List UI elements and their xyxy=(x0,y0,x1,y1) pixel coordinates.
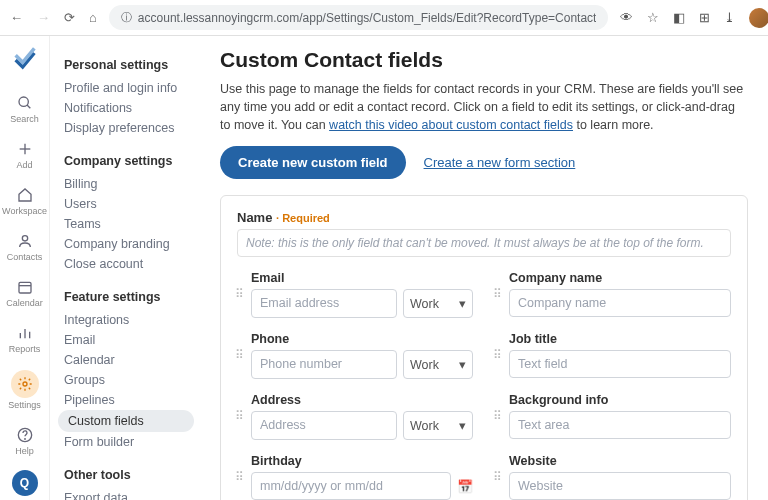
sidebar-item-branding[interactable]: Company branding xyxy=(64,234,194,254)
sidebar-item-email[interactable]: Email xyxy=(64,330,194,350)
chevron-down-icon: ▾ xyxy=(459,296,466,311)
group-title: Company settings xyxy=(64,154,194,168)
browser-toolbar: ← → ⟳ ⌂ ⓘ account.lessannoyingcrm.com/ap… xyxy=(0,0,768,36)
sidebar-item-close[interactable]: Close account xyxy=(64,254,194,274)
plus-icon xyxy=(16,140,34,158)
rail-calendar[interactable]: Calendar xyxy=(0,274,49,312)
eye-icon[interactable]: 👁 xyxy=(620,10,633,25)
back-button[interactable]: ← xyxy=(10,10,23,25)
name-field-header: Name · Required xyxy=(237,210,731,225)
rail-search[interactable]: Search xyxy=(0,90,49,128)
url-bar[interactable]: ⓘ account.lessannoyingcrm.com/app/Settin… xyxy=(109,5,609,30)
company-input[interactable]: Company name xyxy=(509,289,731,317)
background-input[interactable]: Text area xyxy=(509,411,731,439)
field-birthday[interactable]: ⠿ Birthday mm/dd/yyyy or mm/dd 📅 xyxy=(237,454,473,500)
field-company[interactable]: ⠿ Company name Company name xyxy=(495,271,731,318)
rail-settings[interactable]: Settings xyxy=(0,366,49,414)
gear-icon xyxy=(16,375,34,393)
drag-handle-icon[interactable]: ⠿ xyxy=(493,474,503,480)
birthday-input[interactable]: mm/dd/yyyy or mm/dd xyxy=(251,472,451,500)
calendar-icon[interactable]: 📅 xyxy=(457,479,473,494)
home-icon xyxy=(16,186,34,204)
sidebar-item-notifications[interactable]: Notifications xyxy=(64,98,194,118)
extension-icon[interactable]: ◧ xyxy=(673,10,685,25)
sidebar-item-calendar[interactable]: Calendar xyxy=(64,350,194,370)
contacts-icon xyxy=(16,232,34,250)
user-avatar[interactable]: Q xyxy=(12,470,38,496)
sidebar-item-display[interactable]: Display preferences xyxy=(64,118,194,138)
sidebar-item-integrations[interactable]: Integrations xyxy=(64,310,194,330)
intro-video-link[interactable]: watch this video about custom contact fi… xyxy=(329,118,573,132)
drag-handle-icon[interactable]: ⠿ xyxy=(493,352,503,358)
calendar-icon xyxy=(16,278,34,296)
group-title: Feature settings xyxy=(64,290,194,304)
sidebar-item-pipelines[interactable]: Pipelines xyxy=(64,390,194,410)
rail-add[interactable]: Add xyxy=(0,136,49,174)
reports-icon xyxy=(16,324,34,342)
svg-rect-5 xyxy=(19,282,31,293)
sidebar-item-custom-fields[interactable]: Custom fields xyxy=(58,410,194,432)
group-title: Personal settings xyxy=(64,58,194,72)
drag-handle-icon[interactable]: ⠿ xyxy=(235,413,245,419)
address-input[interactable]: Address xyxy=(251,411,397,440)
sidebar-item-form-builder[interactable]: Form builder xyxy=(64,432,194,452)
drag-handle-icon[interactable]: ⠿ xyxy=(235,291,245,297)
site-info-icon: ⓘ xyxy=(121,10,132,25)
phone-input[interactable]: Phone number xyxy=(251,350,397,379)
app-rail: Search Add Workspace Contacts Calendar R… xyxy=(0,36,50,500)
url-text: account.lessannoyingcrm.com/app/Settings… xyxy=(138,11,597,25)
sidebar-item-profile[interactable]: Profile and login info xyxy=(64,78,194,98)
sidebar-item-billing[interactable]: Billing xyxy=(64,174,194,194)
nav-arrows: ← → ⟳ ⌂ xyxy=(10,10,97,25)
name-note: Note: this is the only field that can't … xyxy=(237,229,731,257)
rail-contacts[interactable]: Contacts xyxy=(0,228,49,266)
drag-handle-icon[interactable]: ⠿ xyxy=(493,413,503,419)
sidebar-item-teams[interactable]: Teams xyxy=(64,214,194,234)
field-website[interactable]: ⠿ Website Website xyxy=(495,454,731,500)
new-tab-icon[interactable]: ⊞ xyxy=(699,10,710,25)
field-background[interactable]: ⠿ Background info Text area xyxy=(495,393,731,440)
drag-handle-icon[interactable]: ⠿ xyxy=(235,474,245,480)
email-input[interactable]: Email address xyxy=(251,289,397,318)
forward-button[interactable]: → xyxy=(37,10,50,25)
svg-point-0 xyxy=(19,97,28,106)
home-button[interactable]: ⌂ xyxy=(89,10,97,25)
search-icon xyxy=(16,94,34,112)
phone-type-select[interactable]: Work▾ xyxy=(403,350,473,379)
sidebar-item-export[interactable]: Export data xyxy=(64,488,194,500)
help-icon xyxy=(16,426,34,444)
settings-sidebar: Personal settings Profile and login info… xyxy=(50,36,200,500)
group-title: Other tools xyxy=(64,468,194,482)
rail-workspace[interactable]: Workspace xyxy=(0,182,49,220)
sidebar-item-groups[interactable]: Groups xyxy=(64,370,194,390)
job-input[interactable]: Text field xyxy=(509,350,731,378)
svg-point-12 xyxy=(24,439,25,440)
field-email[interactable]: ⠿ Email Email address Work▾ xyxy=(237,271,473,318)
download-icon[interactable]: ⤓ xyxy=(724,10,735,25)
chevron-down-icon: ▾ xyxy=(459,418,466,433)
rail-help[interactable]: Help xyxy=(12,422,38,460)
chevron-down-icon: ▾ xyxy=(459,357,466,372)
browser-actions: 👁 ☆ ◧ ⊞ ⤓ xyxy=(620,8,768,28)
email-type-select[interactable]: Work▾ xyxy=(403,289,473,318)
svg-point-10 xyxy=(23,382,27,386)
reload-button[interactable]: ⟳ xyxy=(64,10,75,25)
drag-handle-icon[interactable]: ⠿ xyxy=(493,291,503,297)
bookmark-icon[interactable]: ☆ xyxy=(647,10,659,25)
rail-reports[interactable]: Reports xyxy=(0,320,49,358)
svg-point-4 xyxy=(22,236,27,241)
drag-handle-icon[interactable]: ⠿ xyxy=(235,352,245,358)
field-job[interactable]: ⠿ Job title Text field xyxy=(495,332,731,379)
sidebar-item-users[interactable]: Users xyxy=(64,194,194,214)
field-phone[interactable]: ⠿ Phone Phone number Work▾ xyxy=(237,332,473,379)
address-type-select[interactable]: Work▾ xyxy=(403,411,473,440)
fields-card: Name · Required Note: this is the only f… xyxy=(220,195,748,500)
main-content: Custom Contact fields Use this page to m… xyxy=(200,36,768,500)
field-address[interactable]: ⠿ Address Address Work▾ xyxy=(237,393,473,440)
create-field-button[interactable]: Create new custom field xyxy=(220,146,406,179)
create-section-link[interactable]: Create a new form section xyxy=(424,155,576,170)
page-title: Custom Contact fields xyxy=(220,48,748,72)
profile-avatar[interactable] xyxy=(749,8,768,28)
website-input[interactable]: Website xyxy=(509,472,731,500)
app-logo[interactable] xyxy=(11,46,39,74)
